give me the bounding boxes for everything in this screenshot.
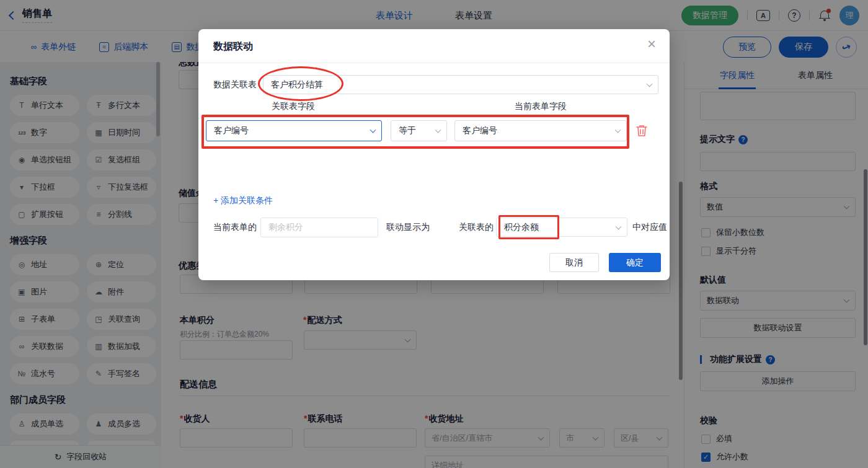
corresponding-value-label: 中对应值 [632, 222, 667, 233]
dialog-title: 数据联动 [213, 40, 253, 53]
condition-right-field-select[interactable]: 客户编号 [454, 120, 627, 141]
related-table-select[interactable]: 客户积分结算 [263, 75, 658, 94]
close-icon[interactable]: × [647, 37, 656, 51]
chevron-down-icon [435, 127, 441, 133]
related-field-select[interactable]: 积分余额 [496, 218, 627, 237]
chevron-down-icon [616, 223, 622, 229]
related-table-label: 数据关联表 [213, 79, 257, 91]
chevron-down-icon [370, 127, 376, 133]
cancel-button[interactable]: 取消 [549, 253, 599, 272]
data-linkage-dialog: 数据联动 × 数据关联表 客户积分结算 关联表字段 当前表单字段 客户编号 等于… [198, 29, 670, 280]
delete-condition-trash-icon[interactable] [636, 124, 648, 138]
current-field-input[interactable]: 剩余积分 [260, 218, 378, 237]
condition-operator-select[interactable]: 等于 [391, 120, 447, 141]
current-form-field-header: 当前表单字段 [515, 101, 567, 112]
condition-left-field-select[interactable]: 客户编号 [206, 120, 382, 141]
related-table-field-header: 关联表字段 [272, 101, 315, 112]
dialog-divider [198, 63, 670, 63]
related-table-of-label: 关联表的 [459, 222, 494, 233]
display-as-label: 联动显示为 [386, 222, 430, 233]
confirm-button[interactable]: 确定 [609, 253, 661, 272]
current-form-label: 当前表单的 [213, 222, 257, 233]
add-condition-link[interactable]: + 添加关联条件 [213, 195, 273, 206]
chevron-down-icon [647, 81, 653, 87]
chevron-down-icon [615, 127, 621, 133]
